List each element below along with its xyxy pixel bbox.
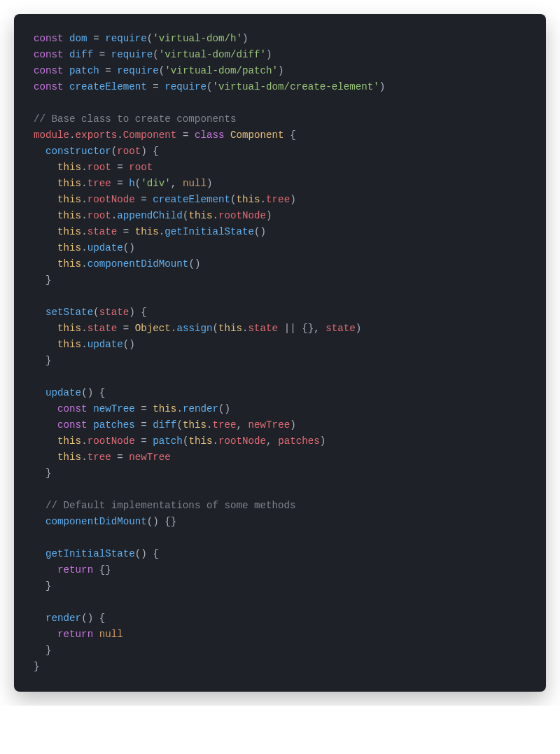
code-block: const dom = require('virtual-dom/h') con… (34, 31, 526, 675)
code-panel: const dom = require('virtual-dom/h') con… (14, 14, 546, 692)
